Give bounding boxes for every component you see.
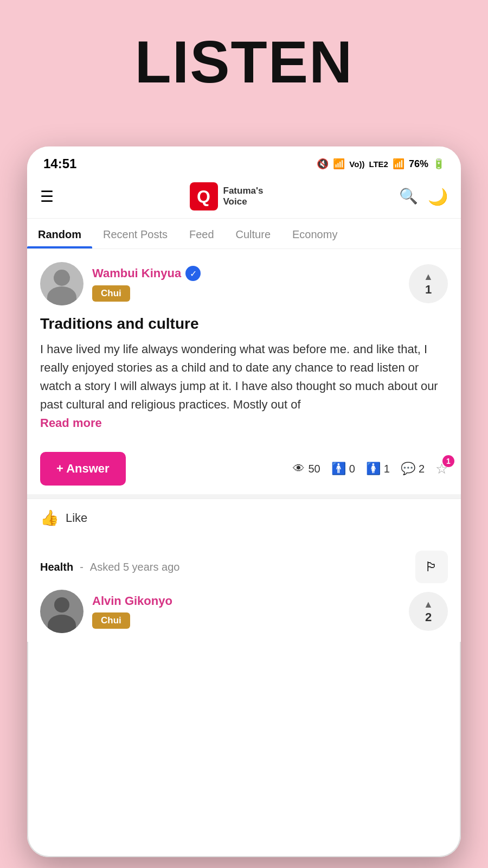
female-count: 1 [384,463,390,475]
views-stat: 👁 50 [293,462,320,476]
status-icons: 🔇 📶 Vo)) LTE2 📶 76% 🔋 [317,158,445,170]
app-name-line2: Voice [223,196,264,207]
star-badge: 1 [442,455,454,467]
vote-arrow2-icon: ▲ [423,599,433,610]
avatar2 [40,590,84,633]
app-header: ☰ Q Fatuma's Voice 🔍 🌙 [27,177,461,219]
mute-icon: 🔇 [317,158,329,170]
lte-icon: LTE2 [369,159,388,169]
battery-level: 76% [409,158,428,170]
like-row: 👍 Like [27,499,461,538]
wifi-icon: 📶 [333,158,345,170]
female-icon: 🚺 [366,462,381,476]
comment-icon: 💬 [401,462,415,476]
logo-area: Q Fatuma's Voice [190,182,264,210]
flag-icon: 🏳 [425,559,438,575]
app-name: Fatuma's Voice [223,186,264,208]
male-icon: 🚹 [331,462,346,476]
author-name[interactable]: Wambui Kinyua [92,266,181,280]
page-title: LISTEN [0,0,488,96]
post-card-2: Alvin Gikonyo Chui ▲ 2 [27,590,461,642]
status-time: 14:51 [43,156,76,171]
signal2-icon: 📶 [393,158,404,170]
header-icons: 🔍 🌙 [399,187,448,206]
action-stats: 👁 50 🚹 0 🚺 1 💬 2 [293,461,448,477]
male-stat: 🚹 0 [331,462,355,476]
battery-icon: 🔋 [433,158,445,170]
tab-feed[interactable]: Feed [178,219,225,248]
eye-icon: 👁 [293,462,305,476]
star-container[interactable]: ☆ 1 [435,461,448,477]
logo-letter: Q [197,187,210,207]
second-category-badge: Chui [92,612,130,629]
meta-separator: - [80,561,84,573]
read-more-link[interactable]: Read more [40,416,102,430]
verified-badge: ✓ [185,266,201,281]
comments-stat: 💬 2 [401,462,425,476]
author-name-row: Wambui Kinyua ✓ [92,266,201,281]
tab-random[interactable]: Random [27,219,92,248]
like-button[interactable]: Like [66,511,87,525]
vote-arrow-icon: ▲ [423,271,433,283]
vote-button-2[interactable]: ▲ 2 [409,592,448,631]
tab-culture[interactable]: Culture [225,219,281,248]
phone-frame: 14:51 🔇 📶 Vo)) LTE2 📶 76% 🔋 ☰ Q Fatuma's [27,146,461,857]
logo-box: Q [190,182,218,210]
second-author-left: Alvin Gikonyo Chui [40,590,172,633]
post-actions: + Answer 👁 50 🚹 0 🚺 1 💬 [40,441,448,494]
vote-button[interactable]: ▲ 1 [409,264,448,303]
tab-recent-posts[interactable]: Recent Posts [92,219,178,248]
post-meta-bar: Health - Asked 5 years ago 🏳 [27,538,461,590]
avatar [40,262,84,305]
female-stat: 🚺 1 [366,462,390,476]
views-count: 50 [308,463,320,475]
answer-button[interactable]: + Answer [40,452,126,486]
second-author-row: Alvin Gikonyo Chui ▲ 2 [40,590,448,633]
hamburger-menu[interactable]: ☰ [40,188,54,206]
author-info: Wambui Kinyua ✓ Chui [92,266,201,302]
vote-count-2: 2 [425,610,432,624]
post-meta-left: Health - Asked 5 years ago [40,561,179,573]
app-name-line1: Fatuma's [223,186,264,196]
post2-time: Asked 5 years ago [90,561,180,573]
status-bar: 14:51 🔇 📶 Vo)) LTE2 📶 76% 🔋 [27,146,461,177]
post2-category: Health [40,561,73,573]
second-author-name-row: Alvin Gikonyo [92,594,172,608]
like-icon: 👍 [40,509,59,527]
second-author-name[interactable]: Alvin Gikonyo [92,594,172,608]
second-author-info: Alvin Gikonyo Chui [92,594,172,629]
phone-wrapper: 14:51 🔇 📶 Vo)) LTE2 📶 76% 🔋 ☰ Q Fatuma's [27,146,461,868]
post-card-1: Wambui Kinyua ✓ Chui ▲ 1 Traditions and … [27,249,461,499]
search-icon[interactable]: 🔍 [399,187,418,206]
male-count: 0 [349,463,355,475]
post-title: Traditions and culture [40,315,448,333]
comments-count: 2 [419,463,425,475]
flag-button[interactable]: 🏳 [415,551,448,583]
nav-tabs: Random Recent Posts Feed Culture Economy [27,219,461,249]
night-mode-icon[interactable]: 🌙 [428,187,448,206]
post-body: I have lived my life always wondering wh… [40,340,448,414]
tab-economy[interactable]: Economy [281,219,348,248]
category-badge: Chui [92,285,130,302]
author-row: Wambui Kinyua ✓ Chui ▲ 1 [40,262,448,305]
author-left: Wambui Kinyua ✓ Chui [40,262,201,305]
vote-count: 1 [425,283,432,297]
signal-icon: Vo)) [349,159,364,169]
